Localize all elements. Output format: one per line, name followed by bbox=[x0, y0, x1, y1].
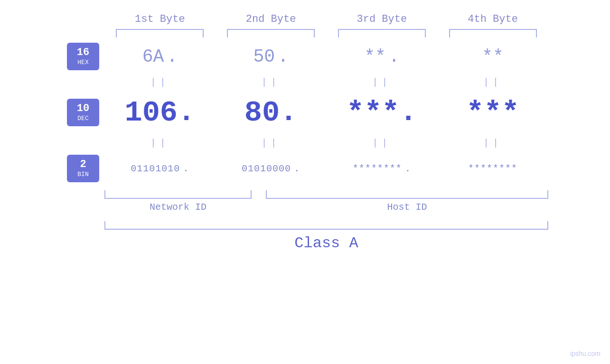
bin-dot-1: . bbox=[183, 163, 189, 174]
dec-dot-3: . bbox=[400, 98, 417, 127]
eq3: || bbox=[329, 77, 434, 88]
dec-badge-num: 10 bbox=[77, 103, 89, 114]
eq2: || bbox=[219, 77, 323, 88]
dec-cell-1: 106 . bbox=[108, 96, 212, 130]
equals-hex-dec: || || || || bbox=[62, 75, 548, 89]
bin-cell-4: ******** bbox=[441, 163, 545, 174]
bin-val-4: ******** bbox=[468, 163, 517, 174]
hex-val-4: ** bbox=[482, 47, 504, 67]
bin-dot-3: . bbox=[405, 163, 411, 174]
class-label: Class A bbox=[294, 234, 358, 252]
dec-val-4: *** bbox=[466, 96, 519, 130]
dec-badge: 10 DEC bbox=[67, 99, 99, 126]
hex-label: 16 HEX bbox=[62, 43, 104, 70]
bin-cell-2: 01010000 . bbox=[219, 163, 323, 174]
hex-cell-4: ** bbox=[441, 47, 545, 67]
eq7: || bbox=[329, 138, 434, 149]
dec-val-3: *** bbox=[347, 96, 400, 130]
eq5: || bbox=[108, 138, 212, 149]
outer-bracket-container bbox=[62, 221, 548, 230]
hex-values: 6A . 50 . ** . ** bbox=[104, 47, 548, 67]
host-id-label: Host ID bbox=[266, 202, 548, 213]
bin-cell-1: 01101010 . bbox=[108, 163, 212, 174]
bracket-3 bbox=[338, 29, 426, 37]
dec-val-1: 106 bbox=[124, 96, 178, 130]
bin-val-1: 01101010 bbox=[131, 163, 180, 174]
hex-cell-1: 6A . bbox=[108, 47, 212, 67]
top-brackets bbox=[62, 29, 548, 37]
bin-values: 01101010 . 01010000 . ******** . *******… bbox=[104, 163, 548, 174]
dec-badge-label: DEC bbox=[77, 115, 88, 122]
sub-brackets bbox=[62, 190, 548, 199]
hex-val-2: 50 bbox=[253, 47, 275, 67]
byte2-header: 2nd Byte bbox=[219, 13, 323, 25]
hex-cell-2: 50 . bbox=[219, 47, 323, 67]
dec-dot-2: . bbox=[280, 98, 297, 127]
watermark: ipshu.com bbox=[570, 350, 601, 357]
bin-label: 2 BIN bbox=[62, 155, 104, 182]
network-bracket bbox=[104, 190, 252, 199]
dec-cell-2: 80 . bbox=[219, 96, 323, 130]
bin-dot-2: . bbox=[294, 163, 300, 174]
bin-val-2: 01010000 bbox=[242, 163, 291, 174]
dec-cell-4: *** bbox=[441, 96, 545, 130]
byte3-header: 3rd Byte bbox=[329, 13, 434, 25]
hex-badge: 16 HEX bbox=[67, 43, 99, 70]
hex-val-3: ** bbox=[364, 47, 386, 67]
eq8: || bbox=[441, 138, 545, 149]
host-bracket bbox=[266, 190, 548, 199]
bin-row: 2 BIN 01101010 . 01010000 . ******** . *… bbox=[62, 149, 548, 187]
dec-row: 10 DEC 106 . 80 . *** . *** bbox=[62, 89, 548, 136]
equals-dec-bin: || || || || bbox=[62, 136, 548, 149]
label-gap bbox=[252, 202, 266, 213]
eq6: || bbox=[219, 138, 323, 149]
byte4-header: 4th Byte bbox=[441, 13, 545, 25]
dec-val-2: 80 bbox=[244, 96, 280, 130]
bin-cell-3: ******** . bbox=[329, 163, 434, 174]
dec-values: 106 . 80 . *** . *** bbox=[104, 96, 548, 130]
hex-dot-2: . bbox=[278, 47, 289, 67]
bin-badge-label: BIN bbox=[77, 171, 88, 178]
dec-label: 10 DEC bbox=[62, 99, 104, 126]
bracket-1 bbox=[116, 29, 204, 37]
bin-val-3: ******** bbox=[353, 163, 402, 174]
hex-badge-label: HEX bbox=[77, 59, 88, 66]
hex-dot-1: . bbox=[167, 47, 178, 67]
outer-bracket bbox=[104, 221, 548, 230]
dec-cell-3: *** . bbox=[329, 96, 434, 130]
main-container: 1st Byte 2nd Byte 3rd Byte 4th Byte 16 H… bbox=[0, 0, 610, 364]
hex-row: 16 HEX 6A . 50 . ** . ** bbox=[62, 37, 548, 75]
hex-cell-3: ** . bbox=[329, 47, 434, 67]
bracket-4 bbox=[449, 29, 537, 37]
hex-val-1: 6A bbox=[142, 47, 164, 67]
bin-badge-num: 2 bbox=[80, 159, 86, 170]
class-row: Class A bbox=[62, 234, 548, 252]
hex-badge-num: 16 bbox=[77, 47, 89, 58]
hex-dot-3: . bbox=[389, 47, 400, 67]
byte-headers: 1st Byte 2nd Byte 3rd Byte 4th Byte bbox=[62, 0, 548, 25]
byte1-header: 1st Byte bbox=[108, 13, 212, 25]
id-labels: Network ID Host ID bbox=[62, 202, 548, 213]
eq4: || bbox=[441, 77, 545, 88]
network-id-label: Network ID bbox=[104, 202, 252, 213]
bracket-2 bbox=[227, 29, 315, 37]
eq1: || bbox=[108, 77, 212, 88]
dec-dot-1: . bbox=[178, 98, 195, 127]
bin-badge: 2 BIN bbox=[67, 155, 99, 182]
